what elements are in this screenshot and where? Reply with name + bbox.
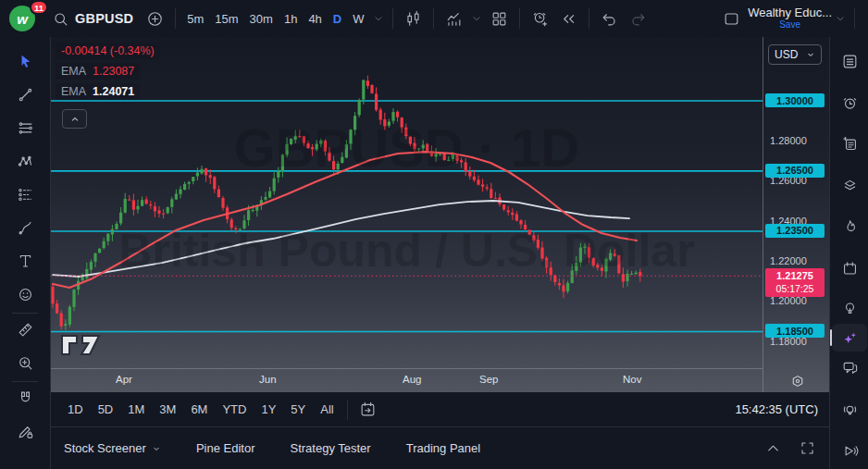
interval-button-30m[interactable]: 30m bbox=[244, 8, 279, 30]
interval-chevron-down-icon[interactable] bbox=[370, 13, 387, 24]
candle bbox=[362, 80, 365, 99]
candle bbox=[358, 100, 361, 115]
emoji-tool-icon[interactable] bbox=[13, 283, 37, 305]
tab-pine-editor[interactable]: Pine Editor bbox=[196, 441, 255, 455]
tab-trading-panel[interactable]: Trading Panel bbox=[406, 441, 480, 455]
redo-button[interactable] bbox=[624, 7, 652, 31]
candle bbox=[175, 193, 178, 199]
price-axis[interactable]: USD 1.280001.260001.240001.220001.200001… bbox=[763, 37, 829, 392]
last-price-label[interactable]: 1.2127505:17:25 bbox=[765, 268, 825, 297]
create-alert-button[interactable] bbox=[526, 7, 554, 31]
account-menu-button[interactable]: w 11 bbox=[7, 3, 44, 34]
indicators-button[interactable] bbox=[440, 7, 468, 31]
compare-add-symbol-button[interactable] bbox=[141, 7, 169, 31]
go-to-date-button[interactable] bbox=[353, 398, 382, 421]
interval-button-1h[interactable]: 1h bbox=[279, 8, 303, 30]
range-button-all[interactable]: All bbox=[313, 399, 341, 420]
zoom-in-tool-icon[interactable] bbox=[13, 352, 37, 374]
candle bbox=[379, 110, 382, 120]
layout-grid-button[interactable] bbox=[485, 7, 514, 31]
ema-slow-line[interactable] bbox=[53, 201, 629, 277]
sidebar-markets-icon[interactable] bbox=[838, 439, 861, 462]
legend-ema-fast-row[interactable]: EMA 1.23087 bbox=[56, 63, 140, 80]
candle bbox=[162, 214, 165, 215]
undo-button[interactable] bbox=[595, 7, 624, 31]
range-button-5d[interactable]: 5D bbox=[91, 399, 121, 420]
sidebar-streams-icon[interactable] bbox=[838, 399, 861, 421]
candle bbox=[119, 213, 122, 224]
candle bbox=[64, 324, 67, 326]
level-price-label[interactable]: 1.30000 bbox=[765, 93, 825, 107]
layout-name-button[interactable]: Wealthy Educ... Save bbox=[748, 6, 832, 30]
panel-maximize-icon[interactable] bbox=[799, 439, 816, 457]
trend-line-tool-icon[interactable] bbox=[13, 83, 37, 105]
panel-collapse-chevron-up-icon[interactable] bbox=[764, 439, 782, 457]
range-button-3m[interactable]: 3M bbox=[152, 399, 183, 420]
layout-square-icon[interactable] bbox=[717, 7, 746, 31]
server-clock[interactable]: 15:42:35 (UTC) bbox=[735, 402, 820, 416]
chart-settings-gear-icon[interactable] bbox=[787, 372, 808, 390]
candle bbox=[252, 210, 254, 211]
range-button-ytd[interactable]: YTD bbox=[215, 399, 254, 420]
symbol-search-button[interactable]: GBPUSD bbox=[44, 6, 141, 31]
currency-dropdown[interactable]: USD bbox=[768, 44, 822, 65]
search-icon bbox=[52, 10, 69, 28]
active-sidebar-notch bbox=[830, 329, 832, 346]
range-button-1m[interactable]: 1M bbox=[120, 399, 152, 420]
magnet-tool-icon[interactable] bbox=[13, 387, 37, 409]
range-button-1d[interactable]: 1D bbox=[60, 399, 91, 420]
candle bbox=[294, 136, 297, 140]
sidebar-watchlist-icon[interactable] bbox=[838, 50, 861, 72]
time-axis[interactable]: AprJunAugSepNov bbox=[51, 368, 763, 392]
sidebar-calendar-icon[interactable] bbox=[838, 257, 861, 279]
candle bbox=[490, 189, 492, 198]
tab-strategy-tester[interactable]: Strategy Tester bbox=[290, 441, 370, 455]
candle bbox=[596, 265, 599, 267]
legend-collapse-button[interactable] bbox=[62, 109, 87, 129]
candle bbox=[345, 144, 348, 157]
interval-button-15m[interactable]: 15m bbox=[209, 8, 243, 30]
tab-stock-screener[interactable]: Stock Screener bbox=[64, 441, 161, 455]
indicators-chevron-down-icon[interactable] bbox=[468, 13, 485, 24]
candle bbox=[247, 210, 250, 220]
drawing-lock-tool-icon[interactable] bbox=[13, 420, 37, 442]
fib-retracement-tool-icon[interactable] bbox=[13, 117, 37, 139]
legend-ema-slow-row[interactable]: EMA 1.24071 bbox=[56, 83, 140, 100]
tradingview-watermark-logo bbox=[60, 333, 103, 357]
sidebar-ideas-icon[interactable] bbox=[838, 297, 861, 319]
cursor-tool-icon[interactable] bbox=[13, 50, 37, 72]
interval-button-D[interactable]: D bbox=[328, 8, 347, 30]
interval-button-5m[interactable]: 5m bbox=[181, 8, 209, 30]
range-button-6m[interactable]: 6M bbox=[183, 399, 215, 420]
save-layout-link[interactable]: Save bbox=[779, 20, 800, 31]
chart-style-candles-button[interactable] bbox=[399, 7, 428, 31]
range-button-1y[interactable]: 1Y bbox=[254, 399, 283, 420]
ema-slow-value: 1.24071 bbox=[93, 85, 134, 98]
candle bbox=[234, 228, 237, 229]
text-tool-icon[interactable] bbox=[13, 250, 37, 272]
range-buttons: 1D5D1M3M6MYTD1Y5YAll bbox=[60, 399, 341, 420]
candle bbox=[524, 225, 527, 229]
sidebar-hotlists-icon[interactable] bbox=[838, 216, 861, 238]
candle bbox=[375, 93, 378, 109]
candle bbox=[579, 248, 582, 263]
layout-chevron-down-icon[interactable] bbox=[832, 13, 849, 24]
level-price-label[interactable]: 1.26500 bbox=[765, 164, 825, 178]
sidebar-chat-icon[interactable] bbox=[838, 356, 861, 378]
measure-tool-icon[interactable] bbox=[13, 318, 37, 340]
xabcd-pattern-tool-icon[interactable] bbox=[13, 150, 37, 172]
sidebar-object-tree-icon[interactable] bbox=[838, 174, 861, 196]
interval-button-4h[interactable]: 4h bbox=[303, 8, 327, 30]
bar-replay-button[interactable] bbox=[554, 7, 583, 31]
brush-tool-icon[interactable] bbox=[13, 216, 37, 239]
sidebar-news-icon[interactable] bbox=[838, 132, 861, 154]
ema-fast-line[interactable] bbox=[53, 152, 637, 288]
level-price-label[interactable]: 1.23500 bbox=[765, 224, 825, 238]
sidebar-ai-assistant-icon[interactable] bbox=[838, 327, 861, 349]
level-price-label[interactable]: 1.18500 bbox=[765, 324, 825, 338]
range-button-5y[interactable]: 5Y bbox=[283, 399, 313, 420]
interval-button-W[interactable]: W bbox=[347, 8, 369, 30]
prediction-tool-icon[interactable] bbox=[13, 183, 37, 205]
sidebar-alerts-icon[interactable] bbox=[838, 93, 861, 115]
candle bbox=[221, 198, 224, 208]
